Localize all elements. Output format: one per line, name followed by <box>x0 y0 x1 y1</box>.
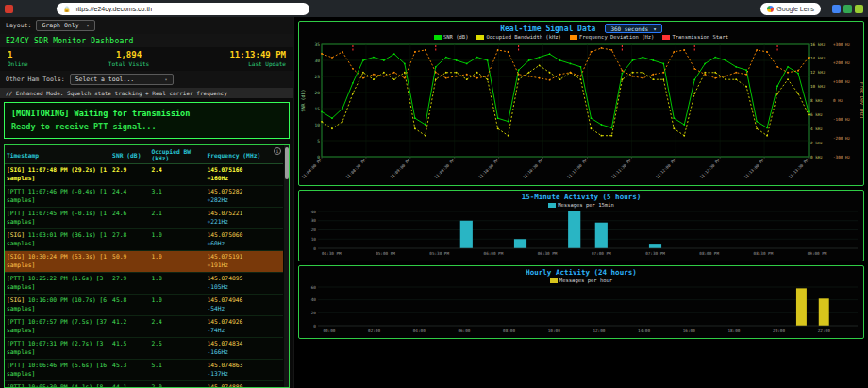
svg-text:25: 25 <box>315 75 321 79</box>
table-scrollbar-thumb[interactable] <box>285 147 289 179</box>
svg-text:22:00: 22:00 <box>818 329 830 333</box>
col-frequency: Frequency (MHz) <box>205 145 283 164</box>
svg-text:11:08:00 PM: 11:08:00 PM <box>301 158 323 179</box>
svg-text:30: 30 <box>315 59 321 63</box>
page-title: E24CY SDR Monitor Dashboard <box>0 34 293 47</box>
legend-item: Messages per hour <box>550 278 612 283</box>
svg-text:11:09:00 PM: 11:09:00 PM <box>389 158 410 179</box>
extension-icon-green[interactable] <box>843 5 852 13</box>
svg-text:11:13:00 PM: 11:13:00 PM <box>743 158 765 179</box>
cell-frequency: 145.074946-54Hz <box>205 295 283 316</box>
svg-text:30: 30 <box>311 218 317 223</box>
svg-text:12:00: 12:00 <box>593 329 605 333</box>
cell-bw: 2.5 <box>149 338 205 360</box>
cell-bw: 5.1 <box>149 360 205 381</box>
cell-timestamp: [PTT] 11:07:46 PM (-0.4s) [1 samples] <box>5 186 110 208</box>
svg-text:11:09:30 PM: 11:09:30 PM <box>433 158 455 179</box>
layout-select[interactable]: Graph Only ▾ <box>36 20 94 31</box>
svg-text:10:00: 10:00 <box>548 329 560 333</box>
cell-snr: 44.1 <box>110 381 149 388</box>
svg-text:-100 Hz: -100 Hz <box>833 117 851 122</box>
svg-text:4 kHz: 4 kHz <box>810 127 823 131</box>
col-timestamp: Timestamp <box>5 145 110 164</box>
svg-text:+200 Hz: +200 Hz <box>833 60 851 65</box>
cell-bw: 1.0 <box>149 295 205 316</box>
cell-bw: 2.4 <box>149 316 205 338</box>
control-panel: Layout: Graph Only ▾ E24CY SDR Monitor D… <box>0 17 294 388</box>
col-snr: SNR (dB) <box>110 145 149 164</box>
cell-timestamp: [SIG] 10:30:24 PM (53.3s) [1 samples] <box>5 251 110 273</box>
svg-text:11:11:00 PM: 11:11:00 PM <box>566 158 588 179</box>
table-row: [PTT] 11:07:45 PM (-0.1s) [1 samples]24.… <box>5 208 283 229</box>
svg-text:11:10:00 PM: 11:10:00 PM <box>477 158 499 179</box>
fifteen-minute-activity-panel: 15-Minute Activity (5 hours) Messages pe… <box>298 190 864 261</box>
extension-icon-yellow[interactable] <box>855 5 863 13</box>
legend-item: Frequency Deviation (Hz) <box>570 34 654 40</box>
cell-frequency: 145.075160+160Hz <box>205 164 283 186</box>
total-visits-count: 1,894 <box>108 50 149 59</box>
lock-icon: 🔒 <box>63 6 71 12</box>
legend-chip <box>434 35 442 40</box>
table-row: [PTT] 11:07:46 PM (-0.4s) [1 samples]24.… <box>5 186 283 208</box>
cell-bw: 1.8 <box>149 273 205 295</box>
cell-frequency: 145.074834-166Hz <box>205 338 283 360</box>
svg-text:2 kHz: 2 kHz <box>810 141 823 145</box>
svg-text:02:00: 02:00 <box>368 329 380 333</box>
cell-frequency: 145.075060+60Hz <box>205 229 283 251</box>
google-lens-button[interactable]: Google Lens <box>760 3 821 15</box>
last-update-time: 11:13:49 PM <box>229 50 286 59</box>
table-row: [PTT] 10:07:57 PM (7.5s) [37 samples]41.… <box>5 316 283 338</box>
svg-text:05:00 PM: 05:00 PM <box>376 251 395 256</box>
signal-log-table-container: Timestamp SNR (dB) Occupied BW (kHz) Fre… <box>4 144 290 388</box>
table-row: [SIG] 11:03:01 PM (36.1s) [1 samples]27.… <box>5 229 283 251</box>
cell-frequency: 145.075221+221Hz <box>205 208 283 229</box>
svg-text:06:00: 06:00 <box>458 329 470 333</box>
timespan-select[interactable]: 360 seconds ▾ <box>605 24 661 33</box>
svg-text:14 kHz: 14 kHz <box>810 56 826 60</box>
cell-snr: 24.4 <box>110 186 149 208</box>
svg-text:35: 35 <box>315 42 321 47</box>
svg-text:06:00 PM: 06:00 PM <box>484 251 504 256</box>
svg-text:11:13:30 PM: 11:13:30 PM <box>788 158 810 179</box>
layout-select-value: Graph Only <box>42 22 78 29</box>
table-row: [SIG] 10:16:00 PM (10.7s) [6 samples]45.… <box>5 295 283 316</box>
cell-snr: 45.3 <box>110 360 149 381</box>
signal-table-body: [SIG] 11:07:48 PM (29.2s) [1 samples]22.… <box>5 164 283 388</box>
cell-timestamp: [PTT] 11:07:45 PM (-0.1s) [1 samples] <box>5 208 110 229</box>
google-lens-icon <box>767 6 774 12</box>
legend-chip <box>476 35 484 40</box>
cell-snr: 27.8 <box>110 229 149 251</box>
cell-frequency: 145.074895-105Hz <box>205 273 283 295</box>
fifteen-minute-chart-legend: Messages per 15min <box>299 201 863 209</box>
table-scrollbar[interactable] <box>284 145 289 387</box>
realtime-chart-legend: SNR (dB)Occupied Bandwidth (kHz)Frequenc… <box>299 33 863 41</box>
svg-text:20: 20 <box>315 91 321 95</box>
ham-tools-select[interactable]: Select a tool... ▾ <box>70 74 174 85</box>
online-label: Online <box>8 60 28 67</box>
svg-text:20:00: 20:00 <box>773 329 785 333</box>
cell-frequency: 145.075191+191Hz <box>205 251 283 273</box>
tools-row: Other Ham Tools: Select a tool... ▾ <box>0 71 293 88</box>
svg-text:8 kHz: 8 kHz <box>810 98 823 103</box>
url-bar[interactable]: 🔒 https://e24cy.decoms.co.th <box>57 3 309 15</box>
svg-text:04:00: 04:00 <box>413 329 426 333</box>
realtime-signal-chart: 0510152025303516 kHz14 kHz12 kHz10 kHz8 … <box>299 41 863 185</box>
cell-bw: 1.0 <box>149 251 205 273</box>
svg-text:18:00: 18:00 <box>727 329 740 333</box>
svg-text:0: 0 <box>313 324 316 329</box>
timespan-select-value: 360 seconds <box>610 25 648 32</box>
legend-chip <box>548 203 556 208</box>
cell-snr: 27.9 <box>110 273 149 295</box>
svg-text:11:12:30 PM: 11:12:30 PM <box>699 158 721 179</box>
hourly-activity-chart: 020406000:0002:0004:0006:0008:0010:0012:… <box>299 284 863 338</box>
hourly-chart-legend: Messages per hour <box>299 277 863 284</box>
svg-text:08:30 PM: 08:30 PM <box>754 251 774 256</box>
svg-text:04:30 PM: 04:30 PM <box>322 251 342 256</box>
url-text: https://e24cy.decoms.co.th <box>75 6 153 12</box>
svg-text:09:00 PM: 09:00 PM <box>808 251 827 256</box>
extension-icon-blue[interactable] <box>832 5 841 13</box>
svg-text:06:30 PM: 06:30 PM <box>538 251 558 256</box>
last-update-label: Last Update <box>229 60 286 67</box>
chevron-down-icon: ▾ <box>87 23 90 28</box>
fifteen-minute-chart-header: 15-Minute Activity (5 hours) <box>299 191 863 201</box>
